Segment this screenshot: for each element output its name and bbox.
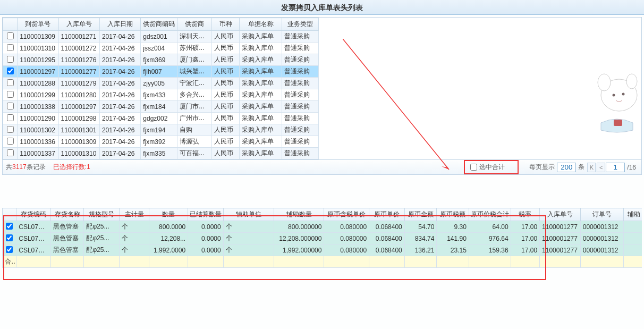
cell[interactable]: 2017-04-26 bbox=[99, 66, 140, 78]
cell[interactable]: 1100001276 bbox=[58, 54, 99, 66]
cell[interactable]: 普通采购 bbox=[282, 43, 318, 54]
cell[interactable]: 黑色管塞 bbox=[50, 244, 84, 256]
cell[interactable]: 个 bbox=[223, 221, 274, 233]
cell[interactable]: 普通采购 bbox=[282, 54, 318, 66]
cell[interactable]: 1100001297 bbox=[18, 66, 58, 78]
column-header[interactable]: 供货商 bbox=[177, 18, 212, 31]
cell[interactable]: 普通采购 bbox=[282, 136, 318, 148]
cell[interactable]: 黑色管塞 bbox=[50, 221, 84, 233]
cell[interactable]: 1100001295 bbox=[18, 54, 58, 66]
cell[interactable]: 人民币 bbox=[212, 101, 240, 113]
cell[interactable]: 人民币 bbox=[212, 124, 240, 136]
cell[interactable]: 个 bbox=[223, 244, 274, 256]
column-header[interactable]: 原币金额 bbox=[404, 208, 437, 221]
cell[interactable]: fjxm335 bbox=[141, 148, 177, 159]
cell[interactable]: 1100001309 bbox=[58, 136, 99, 148]
cell[interactable]: 2017-04-26 bbox=[99, 148, 140, 159]
table-row[interactable]: 110000130911000012712017-04-26gdsz001深圳天… bbox=[3, 31, 319, 43]
table-row[interactable]: 110000133811000012972017-04-26fjxm184厦门市… bbox=[3, 101, 319, 113]
row-checkbox[interactable] bbox=[7, 79, 14, 86]
column-header[interactable]: 原币单价 bbox=[369, 208, 405, 221]
cell[interactable]: 普通采购 bbox=[282, 31, 318, 43]
cell[interactable]: 0.080000 bbox=[324, 233, 369, 244]
column-header[interactable]: 辅助数量 bbox=[274, 208, 324, 221]
table-row[interactable]: CSL07C35黑色管塞配φ25...个12,208...0.0000个12,2… bbox=[3, 233, 642, 244]
column-header[interactable]: 辅助单位 bbox=[223, 208, 274, 221]
row-checkbox[interactable] bbox=[7, 68, 14, 74]
cell[interactable]: 采购入库单 bbox=[240, 54, 282, 66]
column-header[interactable]: 辅助 bbox=[623, 208, 642, 221]
cell[interactable]: 人民币 bbox=[212, 43, 240, 54]
cell[interactable]: 黑色管塞 bbox=[50, 233, 84, 244]
table-row[interactable]: 110000129911000012802017-04-26fjxm433多合兴… bbox=[3, 89, 319, 101]
cell[interactable]: 采购入库单 bbox=[240, 66, 282, 78]
cell[interactable]: 普通采购 bbox=[282, 113, 318, 124]
column-header[interactable]: 币种 bbox=[212, 18, 240, 31]
cell[interactable]: 0.080000 bbox=[324, 244, 369, 256]
column-header[interactable]: 已结算数量 bbox=[188, 208, 224, 221]
cell[interactable]: 0.068400 bbox=[369, 233, 405, 244]
cell[interactable]: 0.0000 bbox=[188, 244, 224, 256]
first-page-button[interactable]: K bbox=[587, 163, 596, 172]
cell[interactable]: 1,992.000000 bbox=[274, 244, 324, 256]
cell[interactable]: 多合兴... bbox=[177, 89, 212, 101]
cell[interactable]: 采购入库单 bbox=[240, 113, 282, 124]
cell[interactable]: 厦门市... bbox=[177, 101, 212, 113]
cell[interactable]: 普通采购 bbox=[282, 101, 318, 113]
cell[interactable]: 64.00 bbox=[469, 221, 511, 233]
column-header[interactable]: 税率 bbox=[511, 208, 539, 221]
cell[interactable]: fjxm392 bbox=[141, 136, 177, 148]
cell[interactable]: 普通采购 bbox=[282, 124, 318, 136]
cell[interactable]: gdsz001 bbox=[141, 31, 177, 43]
row-checkbox[interactable] bbox=[7, 91, 14, 98]
cell[interactable]: 博源弘 bbox=[177, 136, 212, 148]
cell[interactable]: 普通采购 bbox=[282, 89, 318, 101]
cell[interactable]: 0.080000 bbox=[324, 221, 369, 233]
cell[interactable]: 0.068400 bbox=[369, 221, 405, 233]
cell[interactable]: 17.00 bbox=[511, 221, 539, 233]
row-checkbox[interactable] bbox=[6, 223, 13, 230]
column-header[interactable] bbox=[3, 18, 18, 31]
cell[interactable]: 人民币 bbox=[212, 66, 240, 78]
cell[interactable]: 普通采购 bbox=[282, 78, 318, 89]
cell[interactable]: 配φ25... bbox=[84, 244, 120, 256]
cell[interactable]: fjxm433 bbox=[141, 89, 177, 101]
cell[interactable]: 采购入库单 bbox=[240, 89, 282, 101]
column-header[interactable]: 原币税额 bbox=[437, 208, 469, 221]
cell[interactable]: 2017-04-26 bbox=[99, 124, 140, 136]
table-row[interactable]: 110000133611000013092017-04-26fjxm392博源弘… bbox=[3, 136, 319, 148]
cell[interactable]: 800.0000 bbox=[149, 221, 188, 233]
page-number-input[interactable] bbox=[606, 163, 625, 172]
cell[interactable]: CSL07C35 bbox=[16, 221, 51, 233]
cell[interactable]: 141.90 bbox=[437, 233, 469, 244]
cell[interactable]: 采购入库单 bbox=[240, 148, 282, 159]
row-checkbox[interactable] bbox=[6, 246, 13, 253]
cell[interactable]: 2017-04-26 bbox=[99, 43, 140, 54]
cell[interactable]: 人民币 bbox=[212, 148, 240, 159]
cell[interactable]: 配φ25... bbox=[84, 221, 120, 233]
cell[interactable]: 0.0000 bbox=[188, 233, 224, 244]
cell[interactable]: 2017-04-26 bbox=[99, 136, 140, 148]
cell[interactable]: 人民币 bbox=[212, 54, 240, 66]
cell[interactable]: 人民币 bbox=[212, 136, 240, 148]
row-checkbox[interactable] bbox=[7, 138, 14, 145]
column-header[interactable]: 存货名称 bbox=[50, 208, 84, 221]
cell[interactable]: 0.068400 bbox=[369, 244, 405, 256]
cell[interactable]: 人民币 bbox=[212, 78, 240, 89]
cell[interactable]: 个 bbox=[119, 244, 149, 256]
table-row[interactable]: 110000130211000013012017-04-26fjxm194自购人… bbox=[3, 124, 319, 136]
cell[interactable]: 1100001280 bbox=[58, 89, 99, 101]
cell[interactable]: 采购入库单 bbox=[240, 136, 282, 148]
table-row[interactable]: CSL07C35黑色管塞配φ25...个800.00000.0000个800.0… bbox=[3, 221, 642, 233]
cell[interactable]: 9.30 bbox=[437, 221, 469, 233]
table-row[interactable]: 110000133711000013102017-04-26fjxm335可百福… bbox=[3, 148, 319, 159]
cell[interactable]: 23.15 bbox=[437, 244, 469, 256]
prev-page-button[interactable]: < bbox=[597, 163, 605, 172]
per-page-input[interactable] bbox=[557, 163, 576, 172]
row-checkbox[interactable] bbox=[7, 56, 14, 63]
cell[interactable]: 个 bbox=[119, 233, 149, 244]
cell[interactable]: 1100001290 bbox=[18, 113, 58, 124]
cell[interactable]: 1100001299 bbox=[18, 89, 58, 101]
cell[interactable]: 1100001301 bbox=[58, 124, 99, 136]
row-checkbox[interactable] bbox=[6, 234, 13, 241]
